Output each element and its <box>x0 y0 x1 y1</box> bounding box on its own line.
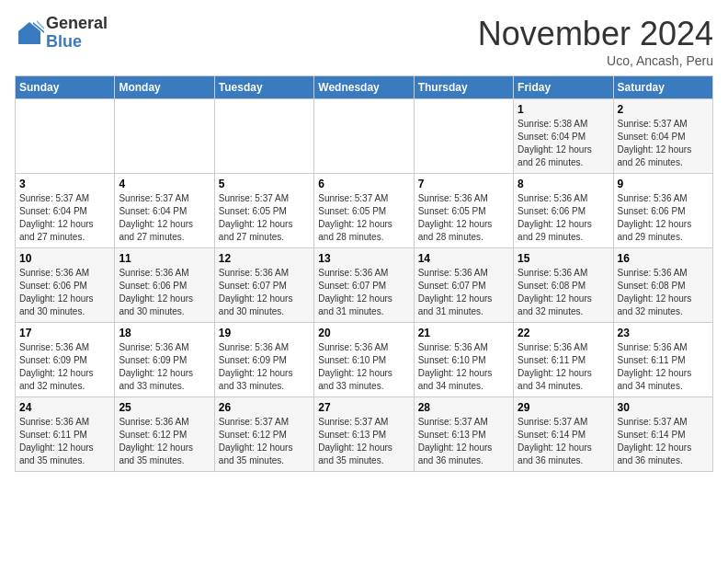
calendar-cell: 20Sunrise: 5:36 AM Sunset: 6:10 PM Dayli… <box>314 323 414 397</box>
calendar-week-row: 10Sunrise: 5:36 AM Sunset: 6:06 PM Dayli… <box>16 248 713 323</box>
location: Uco, Ancash, Peru <box>478 53 713 68</box>
logo-general: General <box>46 15 108 33</box>
day-number: 4 <box>119 178 210 190</box>
month-title: November 2024 <box>478 15 713 53</box>
calendar-week-row: 17Sunrise: 5:36 AM Sunset: 6:09 PM Dayli… <box>16 323 713 397</box>
day-number: 17 <box>19 327 110 339</box>
calendar-cell: 7Sunrise: 5:36 AM Sunset: 6:05 PM Daylig… <box>414 174 513 248</box>
svg-marker-0 <box>18 22 40 44</box>
day-number: 14 <box>418 252 509 265</box>
day-number: 18 <box>119 327 210 339</box>
calendar-cell: 21Sunrise: 5:36 AM Sunset: 6:10 PM Dayli… <box>414 323 513 397</box>
day-info: Sunrise: 5:37 AM Sunset: 6:14 PM Dayligh… <box>618 416 709 467</box>
day-info: Sunrise: 5:36 AM Sunset: 6:10 PM Dayligh… <box>418 341 509 393</box>
day-info: Sunrise: 5:37 AM Sunset: 6:04 PM Dayligh… <box>119 192 210 244</box>
calendar-cell: 25Sunrise: 5:36 AM Sunset: 6:12 PM Dayli… <box>115 397 214 472</box>
day-info: Sunrise: 5:36 AM Sunset: 6:06 PM Dayligh… <box>19 267 110 318</box>
day-info: Sunrise: 5:36 AM Sunset: 6:06 PM Dayligh… <box>119 267 210 318</box>
day-info: Sunrise: 5:37 AM Sunset: 6:13 PM Dayligh… <box>418 416 509 467</box>
day-info: Sunrise: 5:37 AM Sunset: 6:05 PM Dayligh… <box>219 192 310 244</box>
day-info: Sunrise: 5:37 AM Sunset: 6:04 PM Dayligh… <box>618 118 709 169</box>
day-info: Sunrise: 5:36 AM Sunset: 6:11 PM Dayligh… <box>518 341 609 393</box>
calendar-cell: 2Sunrise: 5:37 AM Sunset: 6:04 PM Daylig… <box>613 99 712 174</box>
day-number: 3 <box>19 178 110 190</box>
svg-marker-2 <box>37 20 44 29</box>
day-number: 29 <box>518 401 609 414</box>
calendar-cell: 6Sunrise: 5:37 AM Sunset: 6:05 PM Daylig… <box>314 174 414 248</box>
day-number: 8 <box>518 178 609 190</box>
calendar-table: SundayMondayTuesdayWednesdayThursdayFrid… <box>15 75 713 472</box>
calendar-cell: 8Sunrise: 5:36 AM Sunset: 6:06 PM Daylig… <box>514 174 613 248</box>
day-number: 1 <box>518 103 609 116</box>
calendar-cell: 11Sunrise: 5:36 AM Sunset: 6:06 PM Dayli… <box>115 248 214 323</box>
calendar-cell: 23Sunrise: 5:36 AM Sunset: 6:11 PM Dayli… <box>613 323 712 397</box>
day-info: Sunrise: 5:36 AM Sunset: 6:12 PM Dayligh… <box>119 416 210 467</box>
calendar-cell: 30Sunrise: 5:37 AM Sunset: 6:14 PM Dayli… <box>613 397 712 472</box>
calendar-cell: 3Sunrise: 5:37 AM Sunset: 6:04 PM Daylig… <box>16 174 115 248</box>
day-number: 24 <box>19 401 110 414</box>
calendar-cell: 24Sunrise: 5:36 AM Sunset: 6:11 PM Dayli… <box>16 397 115 472</box>
calendar-cell <box>16 99 115 174</box>
calendar-cell <box>214 99 313 174</box>
calendar-cell: 22Sunrise: 5:36 AM Sunset: 6:11 PM Dayli… <box>514 323 613 397</box>
weekday-header: Tuesday <box>214 76 313 99</box>
day-number: 13 <box>318 252 409 265</box>
day-number: 22 <box>518 327 609 339</box>
day-info: Sunrise: 5:37 AM Sunset: 6:14 PM Dayligh… <box>518 416 609 467</box>
page-header: General Blue November 2024 Uco, Ancash, … <box>15 15 713 68</box>
day-info: Sunrise: 5:37 AM Sunset: 6:13 PM Dayligh… <box>318 416 409 467</box>
day-info: Sunrise: 5:36 AM Sunset: 6:11 PM Dayligh… <box>618 341 709 393</box>
calendar-cell: 27Sunrise: 5:37 AM Sunset: 6:13 PM Dayli… <box>314 397 414 472</box>
weekday-header: Sunday <box>16 76 115 99</box>
calendar-body: 1Sunrise: 5:38 AM Sunset: 6:04 PM Daylig… <box>16 99 713 472</box>
calendar-cell: 10Sunrise: 5:36 AM Sunset: 6:06 PM Dayli… <box>16 248 115 323</box>
calendar-week-row: 24Sunrise: 5:36 AM Sunset: 6:11 PM Dayli… <box>16 397 713 472</box>
calendar-header: SundayMondayTuesdayWednesdayThursdayFrid… <box>16 76 713 99</box>
calendar-cell <box>115 99 214 174</box>
calendar-cell: 15Sunrise: 5:36 AM Sunset: 6:08 PM Dayli… <box>514 248 613 323</box>
calendar-week-row: 3Sunrise: 5:37 AM Sunset: 6:04 PM Daylig… <box>16 174 713 248</box>
logo-icon <box>15 18 44 48</box>
day-number: 27 <box>318 401 409 414</box>
day-info: Sunrise: 5:36 AM Sunset: 6:09 PM Dayligh… <box>219 341 310 393</box>
calendar-cell: 12Sunrise: 5:36 AM Sunset: 6:07 PM Dayli… <box>214 248 313 323</box>
day-number: 12 <box>219 252 310 265</box>
title-block: November 2024 Uco, Ancash, Peru <box>478 15 713 68</box>
day-info: Sunrise: 5:36 AM Sunset: 6:05 PM Dayligh… <box>418 192 509 244</box>
day-number: 16 <box>618 252 709 265</box>
day-info: Sunrise: 5:38 AM Sunset: 6:04 PM Dayligh… <box>518 118 609 169</box>
day-info: Sunrise: 5:36 AM Sunset: 6:08 PM Dayligh… <box>518 267 609 318</box>
day-info: Sunrise: 5:37 AM Sunset: 6:12 PM Dayligh… <box>219 416 310 467</box>
calendar-week-row: 1Sunrise: 5:38 AM Sunset: 6:04 PM Daylig… <box>16 99 713 174</box>
day-info: Sunrise: 5:37 AM Sunset: 6:05 PM Dayligh… <box>318 192 409 244</box>
logo: General Blue <box>15 15 108 52</box>
day-number: 21 <box>418 327 509 339</box>
day-number: 25 <box>119 401 210 414</box>
calendar-cell: 9Sunrise: 5:36 AM Sunset: 6:06 PM Daylig… <box>613 174 712 248</box>
calendar-cell: 17Sunrise: 5:36 AM Sunset: 6:09 PM Dayli… <box>16 323 115 397</box>
calendar-cell: 26Sunrise: 5:37 AM Sunset: 6:12 PM Dayli… <box>214 397 313 472</box>
day-info: Sunrise: 5:36 AM Sunset: 6:09 PM Dayligh… <box>19 341 110 393</box>
weekday-header: Saturday <box>613 76 712 99</box>
calendar-cell: 19Sunrise: 5:36 AM Sunset: 6:09 PM Dayli… <box>214 323 313 397</box>
calendar-cell: 16Sunrise: 5:36 AM Sunset: 6:08 PM Dayli… <box>613 248 712 323</box>
day-number: 20 <box>318 327 409 339</box>
logo-blue: Blue <box>46 33 108 52</box>
day-info: Sunrise: 5:36 AM Sunset: 6:10 PM Dayligh… <box>318 341 409 393</box>
day-number: 6 <box>318 178 409 190</box>
calendar-cell <box>314 99 414 174</box>
weekday-header: Thursday <box>414 76 513 99</box>
calendar-cell: 18Sunrise: 5:36 AM Sunset: 6:09 PM Dayli… <box>115 323 214 397</box>
day-number: 30 <box>618 401 709 414</box>
calendar-header-row: SundayMondayTuesdayWednesdayThursdayFrid… <box>16 76 713 99</box>
day-number: 5 <box>219 178 310 190</box>
day-number: 23 <box>618 327 709 339</box>
calendar-cell: 4Sunrise: 5:37 AM Sunset: 6:04 PM Daylig… <box>115 174 214 248</box>
day-number: 10 <box>19 252 110 265</box>
day-number: 9 <box>618 178 709 190</box>
calendar-cell: 28Sunrise: 5:37 AM Sunset: 6:13 PM Dayli… <box>414 397 513 472</box>
day-info: Sunrise: 5:36 AM Sunset: 6:07 PM Dayligh… <box>219 267 310 318</box>
calendar-cell: 29Sunrise: 5:37 AM Sunset: 6:14 PM Dayli… <box>514 397 613 472</box>
day-number: 7 <box>418 178 509 190</box>
day-number: 28 <box>418 401 509 414</box>
